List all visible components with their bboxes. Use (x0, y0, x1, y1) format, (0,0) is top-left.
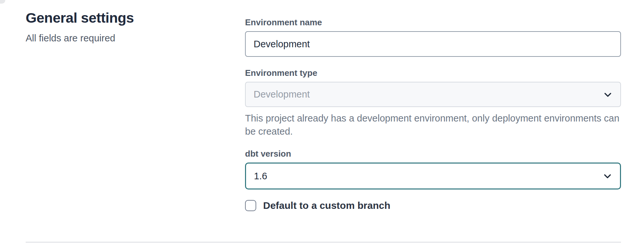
custom-branch-label[interactable]: Default to a custom branch (263, 200, 390, 211)
chevron-down-icon (602, 89, 614, 100)
environment-type-label: Environment type (245, 68, 621, 78)
custom-branch-checkbox[interactable] (245, 200, 256, 211)
section-divider (26, 242, 621, 243)
environment-name-label: Environment name (245, 17, 621, 27)
environment-type-helper-text: This project already has a development e… (245, 112, 621, 138)
page-subtitle: All fields are required (26, 33, 115, 44)
dbt-version-select[interactable]: 1.6 (245, 163, 621, 189)
custom-branch-row: Default to a custom branch (245, 200, 621, 211)
dbt-version-label: dbt version (245, 149, 621, 159)
page-title: General settings (26, 10, 134, 26)
chevron-down-icon[interactable] (602, 170, 613, 182)
environment-type-value: Development (254, 89, 310, 100)
general-settings-form: Environment name Environment type Develo… (245, 0, 621, 211)
environment-type-select: Development (245, 82, 621, 107)
page-corner-artifact (0, 0, 5, 4)
environment-name-input[interactable] (245, 31, 621, 57)
dbt-version-value: 1.6 (254, 171, 267, 182)
